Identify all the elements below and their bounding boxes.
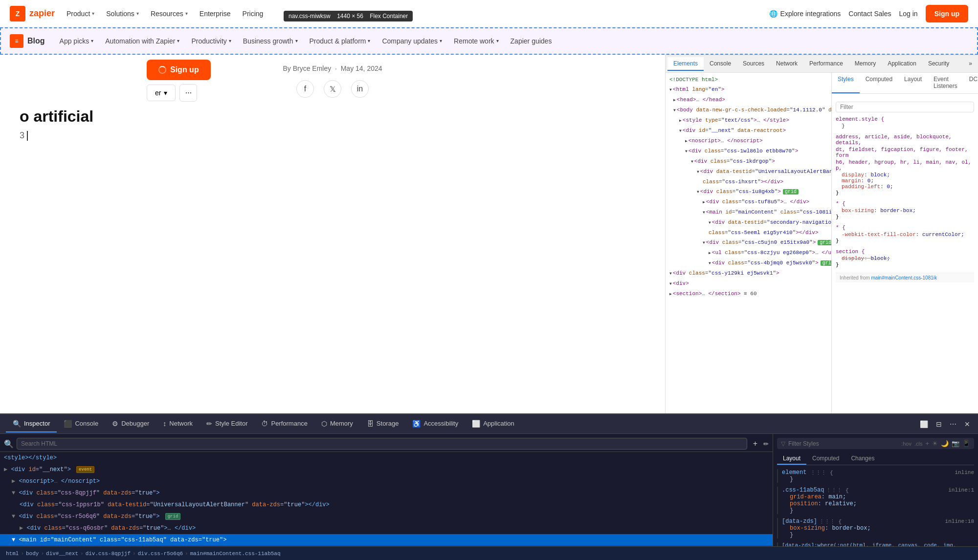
ff-right-tab-computed[interactable]: Computed: [806, 453, 845, 465]
tree-line-style[interactable]: <style type="text/css">… </style>: [666, 115, 831, 126]
ff-tree-div-r5[interactable]: ▼ <div class="css-r5o6q6" data-zds="true…: [0, 511, 773, 522]
breadcrumb-main[interactable]: main#mainContent.css-11ab5aq: [190, 551, 281, 557]
tree-line-main[interactable]: <main id="mainContent" class="css-1081ik…: [666, 207, 831, 217]
nav-enterprise[interactable]: Enterprise: [200, 10, 231, 18]
tree-line-div-tuf8u5[interactable]: <div class="css-tuf8u5">… </div>: [666, 197, 831, 207]
ff-tab-memory[interactable]: ⬡ Memory: [314, 416, 360, 432]
chrome-tab-memory[interactable]: Memory: [849, 57, 882, 71]
tree-line-div-css1[interactable]: <div class="css-1wl86lo etbb8w70">: [666, 146, 831, 156]
ff-tab-application[interactable]: ⬜ Application: [465, 416, 521, 432]
tree-line-div-alertbanner2[interactable]: class="css-ihxsrt"></div>: [666, 177, 831, 187]
chrome-tab-security[interactable]: Security: [922, 57, 955, 71]
signup-orange-button[interactable]: Sign up: [147, 60, 211, 80]
signup-button[interactable]: Sign up: [926, 5, 968, 22]
blog-nav-app-picks[interactable]: App picks ▾: [55, 34, 99, 48]
blog-logo[interactable]: ≡ Blog: [10, 34, 45, 48]
tree-line-section[interactable]: <section>… </section> ≡ 60: [666, 289, 831, 299]
ff-tree-div-q6[interactable]: ▶ <div class="css-q6osbr" data-zds="true…: [0, 522, 773, 534]
explore-integrations-link[interactable]: 🌐 Explore integrations: [769, 10, 841, 18]
contact-sales-link[interactable]: Contact Sales: [848, 10, 891, 18]
blog-nav-company-updates[interactable]: Company updates ▾: [377, 34, 447, 48]
tree-line-div-secnav[interactable]: <div data-testid="secondary-navigation": [666, 217, 831, 228]
ff-tree-noscript[interactable]: ▶ <noscript>… </noscript>: [0, 475, 773, 487]
responsive-icon[interactable]: ⬜: [918, 418, 930, 430]
tree-line-div-css2[interactable]: <div class="css-1kdrgop">: [666, 156, 831, 167]
screenshot-icon[interactable]: 📷: [952, 440, 959, 447]
search-add-button[interactable]: +: [750, 438, 760, 449]
tree-line-div-css-y[interactable]: <div class="css-y129ki ej5wsvk1">: [666, 268, 831, 279]
ff-tree-style[interactable]: <style></style>: [0, 452, 773, 464]
chrome-tab-console[interactable]: Console: [704, 57, 737, 71]
facebook-icon[interactable]: f: [296, 80, 314, 98]
breadcrumb-div-r5[interactable]: div.css-r5o6q6: [138, 551, 183, 557]
tree-line-div-next[interactable]: <div id="__next" data-reactroot>: [666, 126, 831, 136]
blog-nav-productivity[interactable]: Productivity ▾: [186, 34, 236, 48]
filter-input[interactable]: [840, 104, 970, 110]
blog-nav-automation[interactable]: Automation with Zapier ▾: [100, 34, 184, 48]
hov-button[interactable]: :hov: [901, 441, 911, 447]
breadcrumb-div-css8[interactable]: div.css-8qpjjf: [86, 551, 131, 557]
styles-tab-styles[interactable]: Styles: [832, 73, 860, 93]
linkedin-icon[interactable]: in: [351, 80, 369, 98]
tree-line-html[interactable]: <html lang="en">: [666, 85, 831, 95]
blog-nav-business-growth[interactable]: Business growth ▾: [238, 34, 303, 48]
settings-icon[interactable]: ⋯: [948, 418, 958, 430]
tree-line-body[interactable]: <body data-new-gr-c-s-check-loaded="14.1…: [666, 105, 831, 115]
nav-solutions[interactable]: Solutions ▾: [106, 10, 139, 18]
ff-tab-debugger[interactable]: ⚙ Debugger: [105, 416, 156, 432]
tree-line-doctype[interactable]: <!DOCTYPE html>: [666, 75, 831, 85]
ff-tab-inspector[interactable]: 🔍 Inspector: [6, 416, 57, 432]
ff-right-tab-changes[interactable]: Changes: [845, 453, 880, 465]
tree-line-div-grid3[interactable]: <div class="css-4bjmq0 ej5wsvk0">grid: [666, 258, 831, 268]
blog-nav-product-platform[interactable]: Product & platform ▾: [305, 34, 376, 48]
ff-right-tab-layout[interactable]: Layout: [777, 453, 806, 465]
light-theme-icon[interactable]: ☀: [932, 440, 938, 447]
ff-tab-performance[interactable]: ⏱ Performance: [254, 416, 314, 432]
twitter-icon[interactable]: 𝕏: [324, 80, 341, 98]
dark-theme-icon[interactable]: 🌙: [941, 440, 949, 447]
breadcrumb-body[interactable]: body: [26, 551, 39, 557]
responsive-icon2[interactable]: 📱: [962, 440, 970, 447]
styles-tab-event-listeners[interactable]: Event Listeners: [928, 73, 963, 93]
breadcrumb-html[interactable]: html: [6, 551, 19, 557]
split-view-icon[interactable]: ⊟: [934, 418, 944, 430]
dropdown-select[interactable]: er ▾: [147, 85, 176, 101]
tree-line-noscript[interactable]: <noscript>… </noscript>: [666, 136, 831, 146]
chrome-tab-application[interactable]: Application: [882, 57, 922, 71]
more-button[interactable]: ···: [179, 84, 197, 102]
blog-nav-remote-work[interactable]: Remote work ▾: [449, 34, 503, 48]
tree-line-div-secnav2[interactable]: class="css-5eeml e1g5yr410"></div>: [666, 228, 831, 237]
ff-filter-input[interactable]: [788, 440, 898, 447]
chrome-tab-performance[interactable]: Performance: [803, 57, 849, 71]
login-link[interactable]: Log in: [899, 10, 918, 18]
zapier-logo[interactable]: Z zapier: [10, 6, 55, 22]
breadcrumb-div-next[interactable]: div#__next: [46, 551, 78, 557]
nav-resources[interactable]: Resources ▾: [151, 10, 188, 18]
tree-line-div-alertbanner[interactable]: <div data-testid="UniversalLayoutAlertBa…: [666, 167, 831, 177]
tree-line-ul[interactable]: <ul class="css-8czjyu eg268ep0">… </ul>: [666, 248, 831, 258]
chrome-tab-elements[interactable]: Elements: [667, 57, 704, 71]
ff-tree-div-css8[interactable]: ▼ <div class="css-8qpjjf" data-zds="true…: [0, 487, 773, 499]
ff-tree-div-alert[interactable]: <div class="css-1ppsr1b" data-testid="Un…: [0, 499, 773, 511]
chrome-tabs-more[interactable]: »: [965, 57, 976, 71]
chrome-tab-network[interactable]: Network: [770, 57, 803, 71]
blog-nav-zapier-guides[interactable]: Zapier guides: [506, 34, 557, 48]
ff-tab-network[interactable]: ↕ Network: [156, 416, 200, 432]
inherited-selector-link[interactable]: main#mainContent.css-1081ik: [871, 275, 937, 280]
cls-button[interactable]: .cls: [914, 441, 923, 447]
styles-tab-layout[interactable]: Layout: [898, 73, 928, 93]
nav-pricing[interactable]: Pricing: [243, 10, 264, 18]
close-devtools-icon[interactable]: ✕: [962, 418, 972, 430]
ff-tree-main-highlighted[interactable]: ▼ <main id="mainContent" class="css-11ab…: [0, 534, 773, 546]
tree-line-div[interactable]: <div>: [666, 279, 831, 289]
styles-tab-dc[interactable]: DC: [963, 73, 978, 93]
styles-tab-computed[interactable]: Computed: [860, 73, 898, 93]
tree-line-head[interactable]: <head>… </head>: [666, 95, 831, 105]
search-pencil-button[interactable]: ✏: [763, 440, 769, 448]
search-html-input[interactable]: [17, 438, 747, 450]
ff-tab-storage[interactable]: 🗄 Storage: [360, 416, 406, 432]
add-rule-button[interactable]: +: [925, 440, 929, 447]
tree-line-div-grid1[interactable]: <div class="css-1u8g4xb">grid: [666, 187, 831, 197]
chrome-tab-sources[interactable]: Sources: [737, 57, 770, 71]
ff-tab-console[interactable]: ⬛ Console: [57, 416, 105, 432]
